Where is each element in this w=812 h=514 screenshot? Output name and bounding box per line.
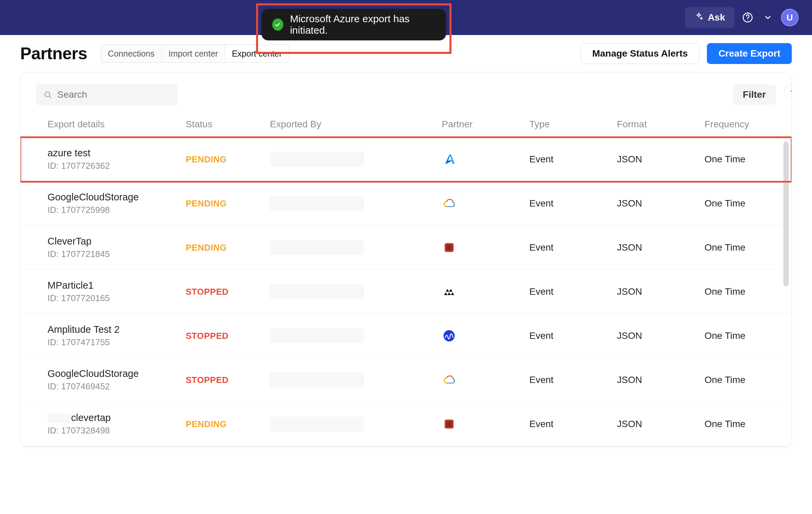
tab-connections[interactable]: Connections xyxy=(101,45,162,62)
table-row[interactable]: GoogleCloudStorageID: 1707469452STOPPEDE… xyxy=(21,358,791,402)
table-row[interactable]: azure testID: 1707726362PENDINGEventJSON… xyxy=(21,138,791,182)
exports-card: Filter Export details Status Exported By… xyxy=(20,72,792,447)
ask-label: Ask xyxy=(708,12,725,23)
col-status: Status xyxy=(186,119,270,130)
tab-import-center[interactable]: Import center xyxy=(162,45,225,62)
redacted-name-prefix xyxy=(48,414,71,423)
col-format: Format xyxy=(617,119,704,130)
exported-by-cell xyxy=(270,372,442,387)
status-badge: PENDING xyxy=(186,243,270,253)
frequency-cell: One Time xyxy=(704,154,764,165)
redacted-exported-by xyxy=(270,196,364,211)
format-cell: JSON xyxy=(617,374,704,385)
redacted-exported-by xyxy=(270,240,364,255)
export-id: ID: 1707721845 xyxy=(48,249,186,259)
top-nav: Ask U Microsoft Azure export has initiat… xyxy=(0,0,812,35)
search-box[interactable] xyxy=(36,84,178,105)
type-cell: Event xyxy=(529,419,617,429)
azure-icon xyxy=(442,152,457,167)
success-check-icon xyxy=(272,19,283,31)
exported-by-cell xyxy=(270,240,442,255)
redacted-exported-by xyxy=(270,417,364,431)
redacted-exported-by xyxy=(270,328,364,343)
export-name: azure test xyxy=(48,148,186,159)
toast-notification: Microsoft Azure export has initiated. xyxy=(261,9,446,40)
frequency-cell: One Time xyxy=(704,242,764,253)
exported-by-cell xyxy=(270,417,442,431)
export-id: ID: 1707726362 xyxy=(48,161,186,171)
amplitude-icon xyxy=(442,328,457,343)
export-name: GoogleCloudStorage xyxy=(48,368,186,379)
clevertap-icon xyxy=(442,417,457,431)
exported-by-cell xyxy=(270,328,442,343)
col-type: Type xyxy=(529,119,617,130)
chevron-left-icon xyxy=(789,88,792,94)
col-partner: Partner xyxy=(442,119,529,130)
avatar[interactable]: U xyxy=(781,9,799,26)
format-cell: JSON xyxy=(617,286,704,297)
svg-point-13 xyxy=(443,330,455,341)
table-row[interactable]: CleverTapID: 1707721845PENDINGEventJSONO… xyxy=(21,226,791,270)
clevertap-icon xyxy=(442,240,457,255)
help-button[interactable] xyxy=(741,10,755,25)
help-circle-icon xyxy=(742,12,753,23)
mparticle-icon xyxy=(442,284,457,299)
table-body: azure testID: 1707726362PENDINGEventJSON… xyxy=(21,138,791,446)
redacted-exported-by xyxy=(270,284,364,299)
export-id: ID: 1707471755 xyxy=(48,337,186,347)
export-details-cell: GoogleCloudStorageID: 1707725998 xyxy=(48,192,186,215)
gcs-icon xyxy=(442,196,457,211)
filter-button[interactable]: Filter xyxy=(733,85,776,105)
export-details-cell: azure testID: 1707726362 xyxy=(48,148,186,171)
exported-by-cell xyxy=(270,152,442,167)
avatar-initial: U xyxy=(787,12,793,23)
col-exported-by: Exported By xyxy=(270,119,442,130)
manage-status-alerts-button[interactable]: Manage Status Alerts xyxy=(581,43,700,64)
table-row[interactable]: Amplitude Test 2ID: 1707471755STOPPEDEve… xyxy=(21,314,791,358)
exported-by-cell xyxy=(270,284,442,299)
export-name: clevertap xyxy=(48,412,186,423)
type-cell: Event xyxy=(529,154,617,165)
status-badge: STOPPED xyxy=(186,286,270,297)
table-header: Export details Status Exported By Partne… xyxy=(21,116,791,138)
export-name: GoogleCloudStorage xyxy=(48,192,186,203)
more-menu-button[interactable] xyxy=(761,10,775,25)
type-cell: Event xyxy=(529,330,617,341)
search-input[interactable] xyxy=(57,89,170,100)
format-cell: JSON xyxy=(617,419,704,429)
search-icon xyxy=(44,90,52,99)
svg-marker-11 xyxy=(446,289,449,292)
format-cell: JSON xyxy=(617,198,704,209)
table-row[interactable]: MParticle1ID: 1707720165STOPPEDEventJSON… xyxy=(21,270,791,314)
header-actions: Manage Status Alerts Create Export xyxy=(581,43,792,64)
ask-button[interactable]: Ask xyxy=(685,7,734,28)
frequency-cell: One Time xyxy=(704,286,764,297)
svg-marker-9 xyxy=(447,292,451,295)
status-badge: PENDING xyxy=(186,154,270,165)
page-title: Partners xyxy=(20,44,87,63)
type-cell: Event xyxy=(529,242,617,253)
exported-by-cell xyxy=(270,196,442,211)
table-row[interactable]: clevertapID: 1707328498PENDINGEventJSONO… xyxy=(21,402,791,446)
table-row[interactable]: GoogleCloudStorageID: 1707725998PENDINGE… xyxy=(21,182,791,226)
col-export-details: Export details xyxy=(48,119,186,130)
svg-point-1 xyxy=(747,20,748,20)
format-cell: JSON xyxy=(617,330,704,341)
export-name: CleverTap xyxy=(48,236,186,247)
format-cell: JSON xyxy=(617,242,704,253)
status-badge: PENDING xyxy=(186,419,270,429)
sparkle-icon xyxy=(694,12,703,23)
export-details-cell: clevertapID: 1707328498 xyxy=(48,412,186,436)
export-id: ID: 1707720165 xyxy=(48,293,186,303)
svg-line-3 xyxy=(49,96,51,98)
chevron-down-icon xyxy=(763,13,772,22)
svg-marker-12 xyxy=(449,289,453,292)
export-details-cell: Amplitude Test 2ID: 1707471755 xyxy=(48,324,186,347)
svg-marker-5 xyxy=(450,154,455,164)
card-toolbar: Filter xyxy=(21,72,791,116)
frequency-cell: One Time xyxy=(704,419,764,429)
type-cell: Event xyxy=(529,374,617,385)
svg-marker-8 xyxy=(444,292,447,295)
export-details-cell: CleverTapID: 1707721845 xyxy=(48,236,186,259)
create-export-button[interactable]: Create Export xyxy=(707,43,792,64)
